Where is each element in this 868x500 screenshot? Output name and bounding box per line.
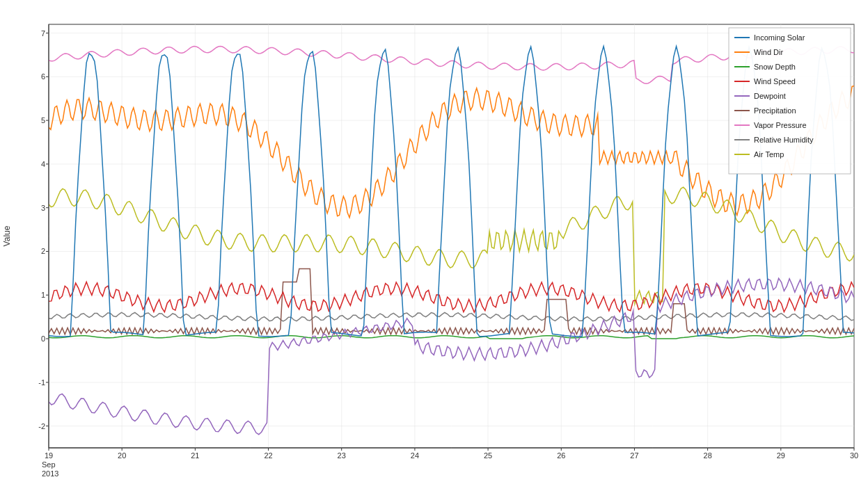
chart-container bbox=[0, 0, 868, 500]
